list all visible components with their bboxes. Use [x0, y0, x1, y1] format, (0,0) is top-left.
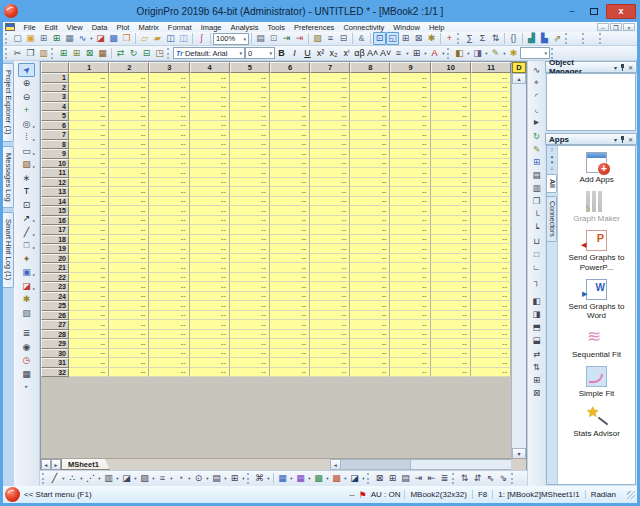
matrix-column-header[interactable]: 5 [230, 62, 270, 73]
matrix-cell[interactable]: -- [190, 320, 230, 330]
matrix-cell[interactable]: -- [109, 254, 149, 264]
matrix-cell[interactable]: -- [310, 330, 350, 340]
matrix-cell[interactable]: -- [230, 339, 270, 349]
matrix-cell[interactable]: -- [350, 159, 390, 169]
open-template-button[interactable]: ▰ [151, 32, 164, 45]
matrix-cell[interactable]: -- [190, 197, 230, 207]
matrix-cell[interactable]: -- [109, 273, 149, 283]
matrix-cell[interactable]: -- [190, 73, 230, 83]
print-button[interactable]: ▤ [254, 32, 267, 45]
matrix-cell[interactable]: -- [109, 349, 149, 359]
surface-3d-plot-button[interactable]: ▦ [276, 472, 289, 485]
matrix-cell[interactable]: -- [69, 130, 109, 140]
greek-button[interactable]: αβ [353, 47, 366, 60]
matrix-cell[interactable]: -- [230, 235, 270, 245]
arrow-tool[interactable]: ↗▸ [18, 212, 35, 226]
menu-edit[interactable]: Edit [40, 23, 62, 32]
matrix-cell[interactable]: -- [431, 263, 471, 273]
fill-color-button[interactable]: ◧ [453, 47, 466, 60]
insert-image-tool[interactable]: ▣▸ [18, 266, 35, 280]
app-stats-advisor[interactable]: Stats Advisor [562, 406, 632, 438]
horizontal-scroll-track[interactable] [411, 460, 515, 469]
matrix-cell[interactable]: -- [310, 273, 350, 283]
matrix-row-header[interactable]: 32 [41, 368, 69, 378]
matrix-cell[interactable]: -- [149, 273, 189, 283]
matrix-column-header[interactable]: 10 [431, 62, 471, 73]
matrix-cell[interactable]: -- [109, 263, 149, 273]
corner-axes-tool[interactable]: ┐ [529, 274, 544, 287]
data-movement-tool[interactable]: ◟ [529, 103, 544, 116]
matrix-cell[interactable]: -- [149, 358, 189, 368]
matrix-cell[interactable]: -- [230, 311, 270, 321]
matrix-cell[interactable]: -- [270, 292, 310, 302]
object-manager-close-icon[interactable]: ✕ [628, 64, 633, 71]
apps-scroll-icon-3[interactable]: ⊥ [550, 165, 554, 171]
menu-image[interactable]: Image [196, 23, 226, 32]
matrix-column-header[interactable]: 11 [471, 62, 511, 73]
toolbar-overflow-icon[interactable]: ▸ [25, 383, 28, 389]
matrix-cell[interactable]: -- [390, 206, 430, 216]
matrix-cell[interactable]: -- [310, 254, 350, 264]
matrix-cell[interactable]: -- [471, 121, 511, 131]
matrix-cell[interactable]: -- [149, 292, 189, 302]
matrix-cell[interactable]: -- [431, 301, 471, 311]
new-inset-graph-tool[interactable]: ▥ [529, 182, 544, 195]
show-grid-button[interactable]: ⊞ [399, 32, 412, 45]
matrix-cell[interactable]: -- [471, 349, 511, 359]
matrix-cell[interactable]: -- [431, 159, 471, 169]
matrix-cell[interactable]: -- [149, 187, 189, 197]
matrix-cell[interactable]: -- [190, 339, 230, 349]
matrix-cell[interactable]: -- [431, 311, 471, 321]
set-matrix-properties-button[interactable]: ⊠ [83, 47, 96, 60]
new-panel-tool[interactable]: ⊞ [529, 155, 544, 168]
matrix-cell[interactable]: -- [190, 121, 230, 131]
matrix-cell[interactable]: -- [350, 301, 390, 311]
matrix-d-button[interactable]: D [512, 62, 526, 73]
matrix-column-header[interactable]: 9 [390, 62, 430, 73]
matrix-cell[interactable]: -- [149, 225, 189, 235]
matrix-cell[interactable]: -- [69, 320, 109, 330]
matrix-cell[interactable]: -- [390, 273, 430, 283]
matrix-cell[interactable]: -- [109, 225, 149, 235]
matrix-row-header[interactable]: 22 [41, 273, 69, 283]
matrix-cell[interactable]: -- [270, 187, 310, 197]
matrix-cell[interactable]: -- [230, 121, 270, 131]
matrix-cell[interactable]: -- [109, 83, 149, 93]
matrix-cell[interactable]: -- [270, 358, 310, 368]
matrix-cell[interactable]: -- [69, 358, 109, 368]
matrix-cell[interactable]: -- [350, 358, 390, 368]
matrix-cell[interactable]: -- [310, 263, 350, 273]
app-send-graphs-to-powerpoint[interactable]: Send Graphs to PowerP... [562, 230, 632, 271]
set-matrix-values-button[interactable]: ⊞ [70, 47, 83, 60]
tab-smart-hint-log[interactable]: Smart Hint Log (1) [3, 212, 14, 287]
matrix-cell[interactable]: -- [230, 225, 270, 235]
matrix-cell[interactable]: -- [390, 121, 430, 131]
layer-align-right-tool[interactable]: ◨ [529, 307, 544, 320]
matrix-cell[interactable]: -- [230, 330, 270, 340]
merge-cells-button[interactable]: ⊞ [410, 47, 423, 60]
matrix-cell[interactable]: -- [471, 358, 511, 368]
matrix-cell[interactable]: -- [350, 197, 390, 207]
open-button[interactable]: ▱ [138, 32, 151, 45]
matrix-cell[interactable]: -- [310, 187, 350, 197]
print-preview-button[interactable]: ⊡ [267, 32, 280, 45]
apps-pin-icon[interactable] [620, 136, 625, 143]
matrix-cell[interactable]: -- [149, 73, 189, 83]
matrix-cell[interactable]: -- [230, 358, 270, 368]
matrix-cell[interactable]: -- [270, 111, 310, 121]
matrix-cell[interactable]: -- [471, 330, 511, 340]
matrix-cell[interactable]: -- [270, 311, 310, 321]
remove-bad-points-tool[interactable]: ► [529, 116, 544, 129]
matrix-cell[interactable]: -- [230, 187, 270, 197]
matrix-row-header[interactable]: 18 [41, 235, 69, 245]
matrix-cell[interactable]: -- [431, 187, 471, 197]
new-layout-button[interactable]: ❐ [120, 32, 133, 45]
new-excel-button[interactable]: ⊞ [50, 32, 63, 45]
matrix-cell[interactable]: -- [109, 197, 149, 207]
matrix-cell[interactable]: -- [390, 320, 430, 330]
shrink-matrix-button[interactable]: ⊟ [140, 47, 153, 60]
matrix-cell[interactable]: -- [431, 102, 471, 112]
font-select[interactable]: TrDefault: Arial▾ [173, 47, 245, 59]
toolbar-handle[interactable] [551, 48, 555, 59]
matrix-cell[interactable]: -- [109, 168, 149, 178]
